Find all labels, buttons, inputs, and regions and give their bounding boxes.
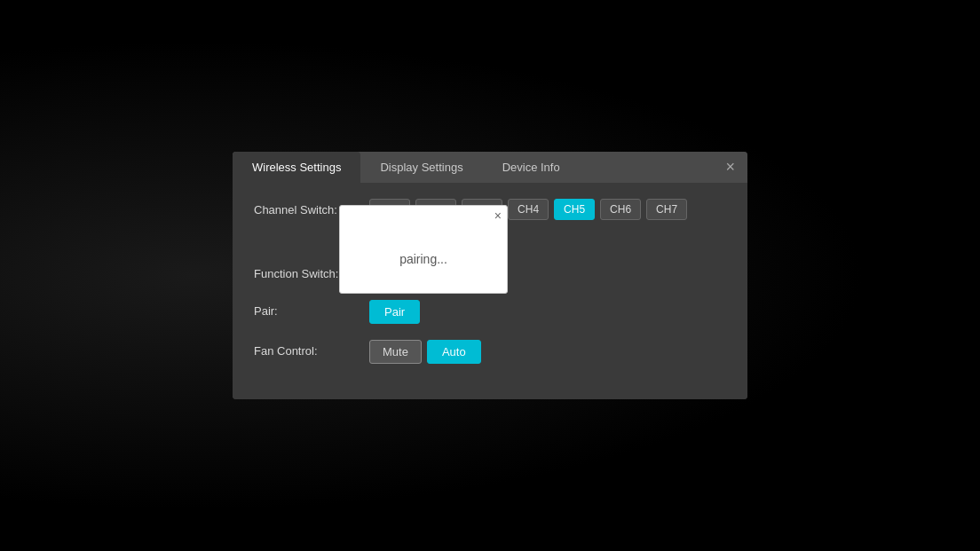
fan-control-buttons: Mute Auto <box>369 340 726 364</box>
fan-control-row: Fan Control: Mute Auto <box>254 340 726 364</box>
ch6-button[interactable]: CH6 <box>600 199 641 220</box>
pairing-message: pairing... <box>340 225 507 293</box>
ch5-button[interactable]: CH5 <box>554 199 595 220</box>
pairing-popup-header: × <box>340 206 507 225</box>
ch4-button[interactable]: CH4 <box>508 199 549 220</box>
tab-display[interactable]: Display Settings <box>360 152 482 183</box>
auto-button[interactable]: Auto <box>427 340 481 364</box>
pairing-close-button[interactable]: × <box>494 209 502 222</box>
pair-label: Pair: <box>254 300 369 318</box>
pair-button[interactable]: Pair <box>369 300 420 324</box>
tab-device-info[interactable]: Device Info <box>483 152 580 183</box>
settings-dialog: Wireless Settings Display Settings Devic… <box>233 152 747 399</box>
ch7-button[interactable]: CH7 <box>646 199 687 220</box>
tab-wireless[interactable]: Wireless Settings <box>233 152 360 183</box>
tab-bar: Wireless Settings Display Settings Devic… <box>233 152 747 183</box>
fan-control-label: Fan Control: <box>254 340 369 358</box>
pair-button-container: Pair <box>369 300 726 324</box>
dialog-close-button[interactable]: × <box>713 152 747 183</box>
pair-row: Pair: Pair <box>254 300 726 324</box>
mute-button[interactable]: Mute <box>369 340 422 364</box>
pairing-popup: × pairing... <box>339 205 508 294</box>
